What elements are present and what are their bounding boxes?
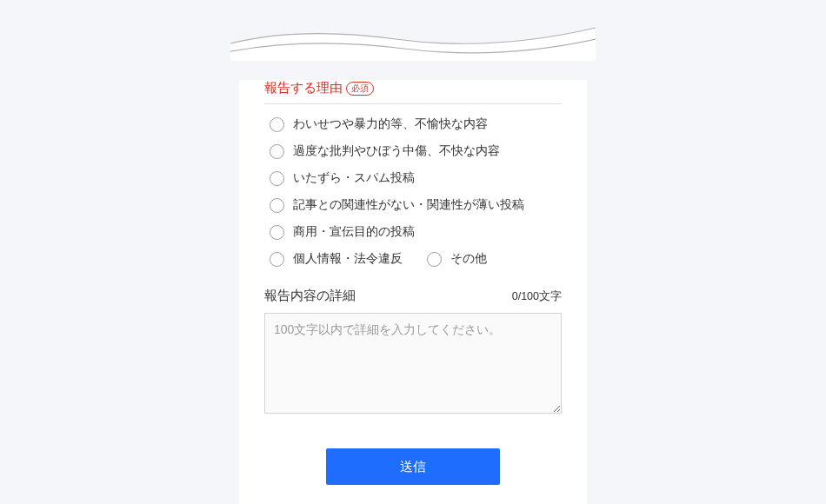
char-count: 0/100文字 — [512, 289, 562, 304]
detail-textarea[interactable] — [264, 313, 562, 414]
reason-radio-list: わいせつや暴力的等、不愉快な内容 過度な批判やひぼう中傷、不快な内容 いたずら・… — [264, 116, 562, 267]
reason-option-obscene[interactable]: わいせつや暴力的等、不愉快な内容 — [270, 116, 562, 132]
detail-section-title: 報告内容の詳細 — [264, 288, 356, 304]
radio-icon — [427, 252, 442, 267]
radio-label: 過度な批判やひぼう中傷、不快な内容 — [293, 143, 500, 159]
radio-label: わいせつや暴力的等、不愉快な内容 — [293, 116, 488, 132]
reason-option-spam[interactable]: いたずら・スパム投稿 — [270, 170, 562, 186]
radio-icon — [270, 198, 284, 213]
submit-row: 送信 — [264, 448, 562, 485]
reason-option-other[interactable]: その他 — [427, 251, 487, 267]
radio-label: その他 — [450, 251, 487, 267]
radio-label: 記事との関連性がない・関連性が薄い投稿 — [293, 197, 524, 213]
radio-icon — [270, 252, 284, 267]
torn-edge-decoration — [230, 0, 596, 61]
radio-label: いたずら・スパム投稿 — [293, 170, 415, 186]
required-badge: 必須 — [346, 82, 374, 96]
radio-icon — [270, 225, 284, 240]
radio-icon — [270, 171, 284, 186]
radio-label: 個人情報・法令違反 — [293, 251, 403, 267]
reason-option-irrelevant[interactable]: 記事との関連性がない・関連性が薄い投稿 — [270, 197, 562, 213]
radio-icon — [270, 144, 284, 159]
reason-section-title: 報告する理由 — [264, 80, 343, 96]
reason-section-header: 報告する理由 必須 — [264, 80, 562, 104]
reason-option-personal-info[interactable]: 個人情報・法令違反 — [270, 251, 403, 267]
reason-option-commercial[interactable]: 商用・宣伝目的の投稿 — [270, 224, 562, 240]
radio-icon — [270, 117, 284, 132]
report-form: 報告する理由 必須 わいせつや暴力的等、不愉快な内容 過度な批判やひぼう中傷、不… — [239, 80, 587, 504]
reason-option-slander[interactable]: 過度な批判やひぼう中傷、不快な内容 — [270, 143, 562, 159]
radio-label: 商用・宣伝目的の投稿 — [293, 224, 415, 240]
submit-button[interactable]: 送信 — [326, 448, 500, 485]
detail-section-header: 報告内容の詳細 0/100文字 — [264, 288, 562, 304]
